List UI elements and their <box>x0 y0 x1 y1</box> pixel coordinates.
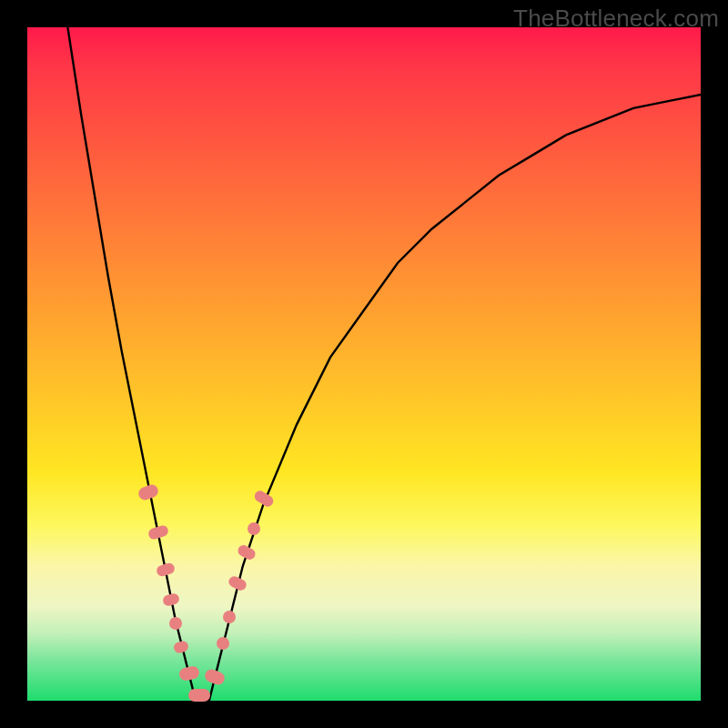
bottleneck-curve <box>27 27 701 701</box>
highlight-marker <box>169 617 182 630</box>
chart-frame: TheBottleneck.com <box>0 0 728 728</box>
highlight-marker <box>223 611 236 623</box>
plot-area <box>27 27 701 701</box>
highlight-marker <box>248 522 260 535</box>
watermark-text: TheBottleneck.com <box>513 5 719 33</box>
highlight-marker <box>188 689 210 702</box>
highlight-marker <box>217 637 229 650</box>
